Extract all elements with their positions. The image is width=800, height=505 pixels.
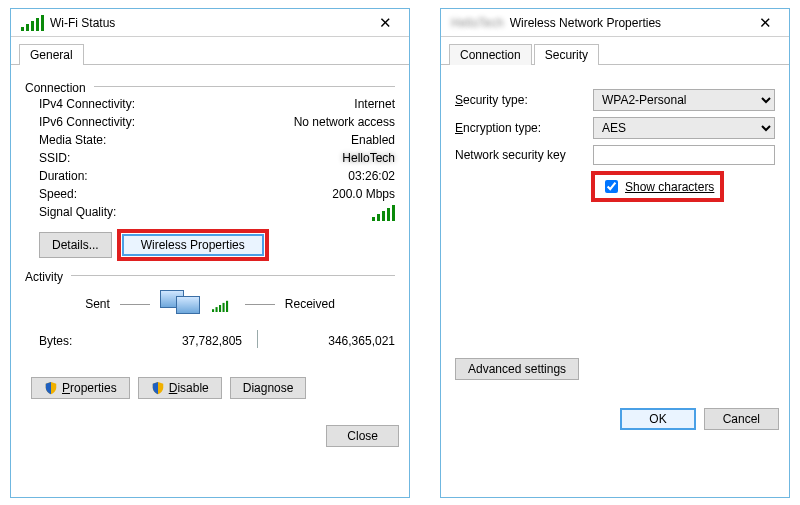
- group-connection-head: Connection: [25, 81, 395, 95]
- group-activity-label: Activity: [25, 270, 63, 284]
- wifi-status-title: Wi-Fi Status: [17, 15, 367, 31]
- connection-buttons: Details... Wireless Properties: [25, 226, 395, 264]
- disable-button[interactable]: Disable: [138, 377, 222, 399]
- row-duration: Duration:03:26:02: [25, 167, 395, 185]
- wprops-title: HelloTech Wireless Network Properties: [447, 16, 747, 30]
- close-icon[interactable]: ✕: [747, 9, 783, 37]
- activity-graphic-row: Sent Received: [25, 284, 395, 324]
- network-key-input[interactable]: [593, 145, 775, 165]
- wifi-status-body: Connection IPv4 Connectivity:Internet IP…: [11, 65, 409, 415]
- activity-sent-bytes: 37,782,805: [119, 334, 242, 348]
- close-button[interactable]: Close: [326, 425, 399, 447]
- network-monitors-icon: [160, 288, 202, 320]
- show-characters-checkbox[interactable]: [605, 180, 618, 193]
- activity-bytes-label: Bytes:: [39, 334, 119, 348]
- wprops-title-prefix: HelloTech: [451, 16, 504, 30]
- tab-general[interactable]: General: [19, 44, 84, 65]
- wifi-status-titlebar: Wi-Fi Status ✕: [11, 9, 409, 37]
- row-show-chars: Show characters: [455, 171, 775, 202]
- show-characters-highlight: Show characters: [591, 171, 724, 202]
- shield-icon: [44, 381, 58, 395]
- activity-signal-icon: [212, 301, 228, 312]
- activity-bytes-row: Bytes: 37,782,805 346,365,021: [25, 324, 395, 357]
- row-security-type: Security type: WPA2-Personal: [455, 89, 775, 111]
- divider-icon: [257, 330, 258, 348]
- bottom-buttons: Properties Disable Diagnose: [25, 371, 395, 405]
- tab-security[interactable]: Security: [534, 44, 599, 65]
- shield-icon: [151, 381, 165, 395]
- wprops-title-suffix: Wireless Network Properties: [510, 16, 661, 30]
- details-button[interactable]: Details...: [39, 232, 112, 258]
- wprops-titlebar: HelloTech Wireless Network Properties ✕: [441, 9, 789, 37]
- show-characters-label[interactable]: Show characters: [601, 177, 714, 196]
- diagnose-button[interactable]: Diagnose: [230, 377, 307, 399]
- activity-recv-bytes: 346,365,021: [272, 334, 395, 348]
- wireless-properties-button[interactable]: Wireless Properties: [122, 234, 264, 256]
- wifi-status-dialog: Wi-Fi Status ✕ General Connection IPv4 C…: [10, 8, 410, 498]
- security-type-select[interactable]: WPA2-Personal: [593, 89, 775, 111]
- wireless-properties-highlight: Wireless Properties: [120, 232, 266, 258]
- row-encryption-type: Encryption type: AES: [455, 117, 775, 139]
- tab-connection[interactable]: Connection: [449, 44, 532, 65]
- row-ipv6: IPv6 Connectivity:No network access: [25, 113, 395, 131]
- row-speed: Speed:200.0 Mbps: [25, 185, 395, 203]
- row-ssid: SSID:HelloTech: [25, 149, 395, 167]
- close-icon[interactable]: ✕: [367, 9, 403, 37]
- cancel-button[interactable]: Cancel: [704, 408, 779, 430]
- encryption-type-select[interactable]: AES: [593, 117, 775, 139]
- wifi-status-tabs: General: [11, 37, 409, 65]
- wprops-footer: OK Cancel: [441, 398, 789, 440]
- wprops-tabs: Connection Security: [441, 37, 789, 65]
- group-activity-head: Activity: [25, 270, 395, 284]
- signal-bars-icon: [372, 205, 395, 221]
- activity-received-label: Received: [285, 297, 335, 311]
- properties-button[interactable]: Properties: [31, 377, 130, 399]
- row-signal-quality: Signal Quality:: [25, 203, 395, 226]
- wifi-status-title-text: Wi-Fi Status: [50, 16, 115, 30]
- wifi-icon: [21, 15, 44, 31]
- row-network-key: Network security key: [455, 145, 775, 165]
- wireless-properties-dialog: HelloTech Wireless Network Properties ✕ …: [440, 8, 790, 498]
- ok-button[interactable]: OK: [620, 408, 695, 430]
- advanced-settings-button[interactable]: Advanced settings: [455, 358, 579, 380]
- row-ipv4: IPv4 Connectivity:Internet: [25, 95, 395, 113]
- row-media: Media State:Enabled: [25, 131, 395, 149]
- wifi-status-footer: Close: [11, 415, 409, 457]
- wprops-body: Security type: WPA2-Personal Encryption …: [441, 65, 789, 398]
- group-connection-label: Connection: [25, 81, 86, 95]
- activity-sent-label: Sent: [85, 297, 110, 311]
